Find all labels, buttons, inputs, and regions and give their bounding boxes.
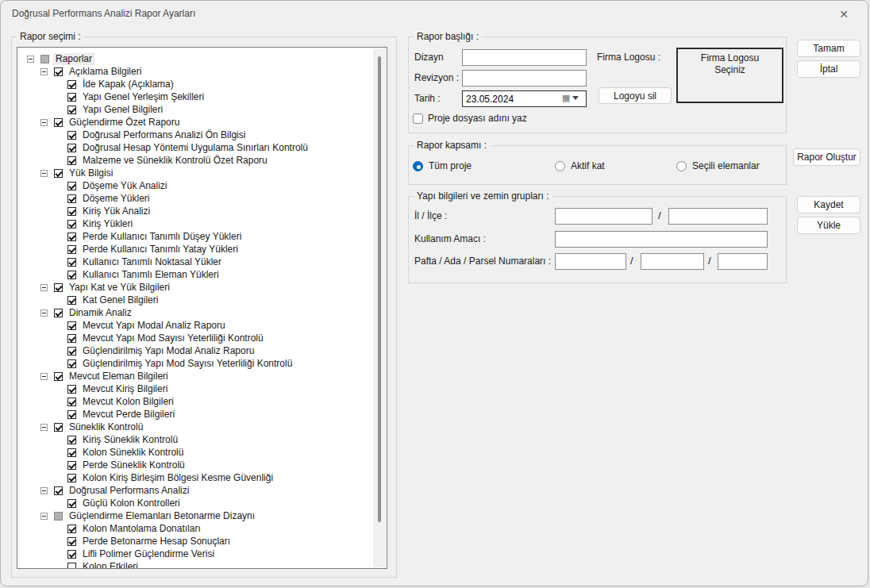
scope-radio-option[interactable]: Aktif kat (555, 160, 605, 171)
tree-item[interactable]: Süneklik Kontrolü (17, 421, 373, 433)
collapse-minus-icon[interactable] (40, 487, 48, 494)
tree-item[interactable]: Kiriş Süneklik Kontrolü (17, 433, 373, 446)
collapse-minus-icon[interactable] (40, 424, 48, 431)
tree-item-checkbox[interactable] (67, 436, 76, 444)
tree-item-checkbox[interactable] (67, 93, 76, 102)
tree-item-checkbox[interactable] (54, 283, 63, 292)
collapse-minus-icon[interactable] (40, 170, 48, 177)
tree-item[interactable]: Yük Bilgisi (17, 167, 373, 179)
tree-item-checkbox[interactable] (67, 258, 76, 267)
tree-item[interactable]: Perde Betonarme Hesap Sonuçları (17, 535, 373, 548)
tree-item[interactable]: Dinamik Analiz (17, 306, 373, 319)
radio-circle-icon[interactable] (676, 161, 687, 171)
collapse-minus-icon[interactable] (40, 68, 48, 75)
collapse-minus-icon[interactable] (40, 373, 48, 380)
tree-item[interactable]: Raporlar (17, 52, 373, 65)
ilce-input[interactable] (668, 208, 768, 225)
yukle-button[interactable]: Yükle (797, 217, 860, 234)
tamam-button[interactable]: Tamam (797, 40, 860, 57)
radio-circle-icon[interactable] (555, 161, 565, 171)
tree-item[interactable]: Mevcut Kolon Bilgileri (17, 395, 373, 408)
scope-radio-option[interactable]: Tüm proje (413, 160, 472, 171)
tree-item[interactable]: Açıklama Bilgileri (17, 65, 373, 78)
tree-item-checkbox[interactable] (67, 144, 76, 152)
tree-item-checkbox[interactable] (67, 182, 76, 190)
tree-item-checkbox[interactable] (67, 525, 76, 533)
tree-item[interactable]: Güçlü Kolon Kontrolleri (17, 497, 373, 509)
tree-item-checkbox[interactable] (67, 499, 76, 508)
tree-item[interactable]: Döşeme Yükleri (17, 192, 373, 205)
kullanim-amaci-input[interactable] (555, 231, 768, 248)
tree-item[interactable]: Yapı Genel Bilgileri (17, 103, 373, 116)
tree-item[interactable]: Perde Süneklik Kontrolü (17, 459, 373, 471)
tree-item-checkbox[interactable] (67, 563, 76, 569)
tree-item-checkbox[interactable] (67, 550, 76, 559)
tree-item-checkbox[interactable] (67, 207, 76, 216)
tree-item[interactable]: Mevcut Kiriş Bilgileri (17, 382, 373, 395)
tree-item[interactable]: Perde Kullanıcı Tanımlı Düşey Yükleri (17, 230, 373, 243)
tree-item[interactable]: Mevcut Yapı Modal Analiz Raporu (17, 319, 373, 332)
ada-input[interactable] (641, 253, 704, 270)
calendar-icon[interactable]: ▦ (562, 94, 570, 102)
revizyon-input[interactable] (462, 70, 587, 86)
tree-item-checkbox[interactable] (67, 156, 76, 165)
collapse-minus-icon[interactable] (27, 56, 34, 63)
date-picker-icons[interactable]: ▦ (562, 94, 579, 102)
tree-item-checkbox[interactable] (67, 448, 76, 457)
tree-item-checkbox[interactable] (67, 359, 76, 368)
proje-dosyasi-checkbox[interactable]: Proje dosyası adını yaz (413, 113, 527, 124)
date-dropdown-arrow-icon[interactable] (572, 96, 579, 100)
tree-item[interactable]: Kolon Süneklik Kontrolü (17, 446, 373, 459)
tree-item[interactable]: Mevcut Eleman Bilgileri (17, 370, 373, 382)
tree-item-checkbox[interactable] (54, 118, 63, 127)
tree-item[interactable]: Güçlendirilmiş Yapı Mod Sayısı Yeterlili… (17, 357, 373, 370)
rapor-olustur-button[interactable]: Rapor Oluştur (793, 148, 860, 166)
tree-item[interactable]: Doğrusal Hesap Yöntemi Uygulama Sınırlar… (17, 141, 373, 154)
tree-item[interactable]: Kolon Mantolama Donatıları (17, 522, 373, 535)
tree-item[interactable]: Kat Genel Bilgileri (17, 294, 373, 306)
pafta-input[interactable] (555, 253, 626, 270)
tree-item[interactable]: Perde Kullanıcı Tanımlı Yatay Yükleri (17, 243, 373, 256)
tree-item[interactable]: Güçlendirme Özet Raporu (17, 116, 373, 129)
tree-item-checkbox[interactable] (67, 461, 76, 470)
collapse-minus-icon[interactable] (40, 284, 48, 291)
tree-item-checkbox[interactable] (54, 309, 63, 317)
tree-item[interactable]: Kolon Kiriş Birleşim Bölgesi Kesme Güven… (17, 471, 373, 484)
tree-item[interactable]: Kullanıcı Tanımlı Noktasal Yükler (17, 256, 373, 268)
tree-item-checkbox[interactable] (67, 194, 76, 203)
kaydet-button[interactable]: Kaydet (797, 196, 860, 213)
parsel-input[interactable] (718, 253, 768, 270)
proje-dosyasi-checkbox-box[interactable] (413, 113, 423, 124)
tree-item-checkbox[interactable] (67, 410, 76, 419)
tree-item-checkbox[interactable] (67, 80, 76, 89)
tree-item[interactable]: Mevcut Perde Bilgileri (17, 408, 373, 421)
collapse-minus-icon[interactable] (40, 513, 48, 520)
tree-item-checkbox[interactable] (54, 512, 63, 521)
tree-item-checkbox[interactable] (54, 67, 63, 76)
tree-item-checkbox[interactable] (67, 220, 76, 229)
tree-item-checkbox[interactable] (67, 321, 76, 330)
tree-item[interactable]: Doğrusal Performans Analizi (17, 484, 373, 497)
tree-item[interactable]: Malzeme ve Süneklik Kontrolü Özet Raporu (17, 154, 373, 167)
tree-item[interactable]: Lifli Polimer Güçlendirme Verisi (17, 548, 373, 560)
tree-scrollbar-thumb[interactable] (378, 56, 381, 522)
tree-item-checkbox[interactable] (67, 334, 76, 343)
tree-item-checkbox[interactable] (67, 106, 76, 114)
tree-item[interactable]: Kolon Etkileri (17, 560, 373, 568)
tree-item[interactable]: Kullanıcı Tanımlı Eleman Yükleri (17, 268, 373, 281)
tree-item-checkbox[interactable] (67, 245, 76, 254)
logoyu-sil-button[interactable]: Logoyu sil (599, 87, 672, 104)
il-input[interactable] (555, 208, 652, 225)
tree-item[interactable]: Kiriş Yükleri (17, 217, 373, 230)
tree-item[interactable]: Güçlendirme Elemanları Betonarme Dizaynı (17, 509, 373, 522)
collapse-minus-icon[interactable] (40, 309, 48, 317)
tree-item-checkbox[interactable] (67, 398, 76, 406)
tree-item[interactable]: Güçlendirilmiş Yapı Modal Analiz Raporu (17, 344, 373, 357)
tree-item-checkbox[interactable] (67, 131, 76, 140)
tree-item-checkbox[interactable] (54, 169, 63, 178)
scope-radio-option[interactable]: Seçili elemanlar (676, 160, 760, 171)
radio-circle-icon[interactable] (413, 161, 423, 171)
tree-item-checkbox[interactable] (54, 486, 63, 495)
tree-item-checkbox[interactable] (67, 385, 76, 394)
close-icon[interactable]: ✕ (831, 5, 857, 24)
